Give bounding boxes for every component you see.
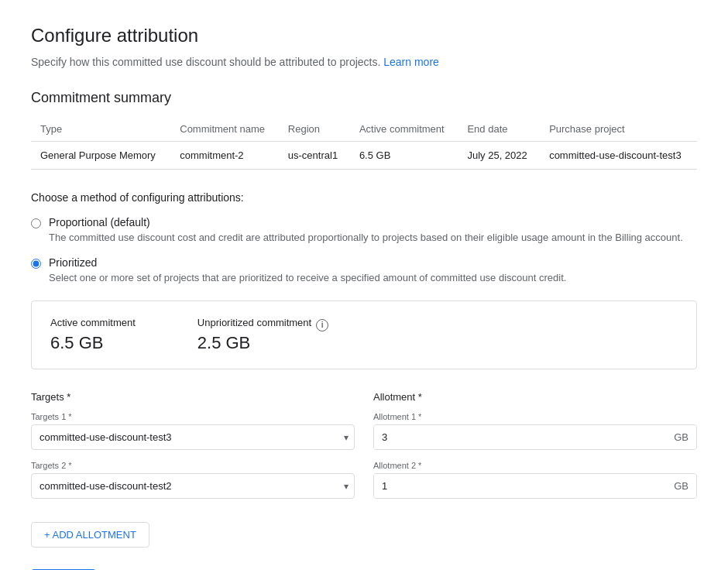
commitment-summary-heading: Commitment summary <box>31 90 697 106</box>
proportional-radio[interactable] <box>31 218 41 228</box>
active-commitment-value: 6.5 GB <box>50 333 136 353</box>
commitment-box: Active commitment 6.5 GB Unprioritized c… <box>31 300 697 369</box>
prioritized-radio[interactable] <box>31 259 41 269</box>
allotment-input-1[interactable] <box>374 425 666 449</box>
proportional-title: Proportional (default) <box>49 216 683 228</box>
method-radio-group: Proportional (default) The committed use… <box>31 216 697 285</box>
col-type: Type <box>31 117 170 142</box>
commitment-summary-table: Type Commitment name Region Active commi… <box>31 117 697 170</box>
method-label: Choose a method of configuring attributi… <box>31 191 697 204</box>
targets-header: Targets * <box>31 391 355 403</box>
info-icon[interactable]: i <box>316 319 328 331</box>
col-project: Purchase project <box>540 117 697 142</box>
targets-section: Targets * Targets 1 *committed-use-disco… <box>31 391 697 510</box>
active-commitment-label: Active commitment <box>50 317 136 328</box>
prioritized-desc: Select one or more set of projects that … <box>49 270 566 286</box>
table-row: General Purpose Memorycommitment-2us-cen… <box>31 142 697 170</box>
allotment-field-1: Allotment 1 *GB <box>373 412 697 450</box>
target-label-1: Targets 1 * <box>31 412 355 421</box>
targets-field-1: Targets 1 *committed-use-discount-test3▾ <box>31 412 355 450</box>
col-end-date: End date <box>458 117 540 142</box>
allotment-unit-2: GB <box>666 474 696 498</box>
unprioritized-commitment-item: Unprioritized commitment i 2.5 GB <box>197 317 328 353</box>
target-select-2[interactable]: committed-use-discount-test2 <box>31 473 355 499</box>
active-commitment-item: Active commitment 6.5 GB <box>50 317 136 353</box>
allotment-label-1: Allotment 1 * <box>373 412 697 421</box>
target-select-1[interactable]: committed-use-discount-test3 <box>31 424 355 450</box>
prioritized-option[interactable]: Prioritized Select one or more set of pr… <box>31 256 697 286</box>
col-region: Region <box>279 117 350 142</box>
allotment-label-2: Allotment 2 * <box>373 461 697 470</box>
allotment-unit-1: GB <box>666 425 696 449</box>
target-label-2: Targets 2 * <box>31 461 355 470</box>
allotment-input-2[interactable] <box>374 474 666 498</box>
targets-field-2: Targets 2 *committed-use-discount-test2▾ <box>31 461 355 499</box>
col-name: Commitment name <box>170 117 279 142</box>
page-subtitle: Specify how this committed use discount … <box>31 56 697 68</box>
targets-column: Targets * Targets 1 *committed-use-disco… <box>31 391 355 510</box>
allotment-column: Allotment * Allotment 1 *GBAllotment 2 *… <box>373 391 697 510</box>
allotment-header: Allotment * <box>373 391 697 403</box>
unprioritized-value: 2.5 GB <box>197 333 328 353</box>
unprioritized-label: Unprioritized commitment <box>197 317 311 328</box>
allotment-field-2: Allotment 2 *GB <box>373 461 697 499</box>
page-title: Configure attribution <box>31 25 697 46</box>
learn-more-link[interactable]: Learn more <box>383 56 439 68</box>
prioritized-title: Prioritized <box>49 256 566 269</box>
col-active: Active commitment <box>350 117 458 142</box>
proportional-desc: The committed use discount cost and cred… <box>49 230 683 246</box>
add-allotment-button[interactable]: + ADD ALLOTMENT <box>31 522 149 548</box>
proportional-option[interactable]: Proportional (default) The committed use… <box>31 216 697 246</box>
